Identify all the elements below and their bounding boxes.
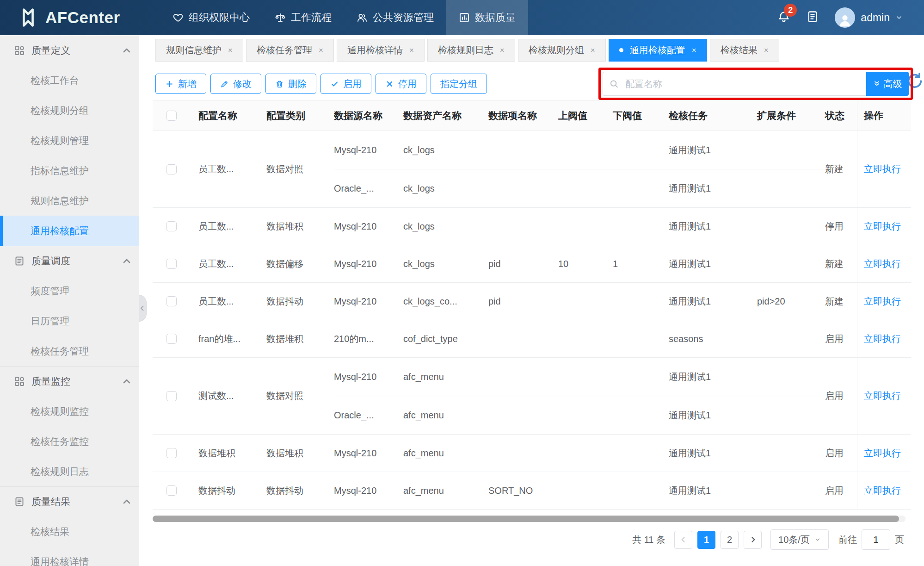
- main-content: 规则信息维护×检核任务管理×通用检核详情×检核规则日志×检核规则分组×通用检核配…: [139, 35, 924, 566]
- navbar-right: 2 admin: [777, 7, 924, 28]
- execute-link[interactable]: 立即执行: [864, 447, 901, 460]
- tab-close-icon[interactable]: ×: [764, 46, 769, 55]
- nav-item[interactable]: 工作流程: [262, 0, 344, 35]
- sidebar-group[interactable]: 质量监控: [0, 366, 139, 396]
- tab-close-icon[interactable]: ×: [591, 46, 595, 55]
- nav-item[interactable]: 数据质量: [446, 0, 528, 35]
- chevron-up-icon: [121, 496, 132, 507]
- cell-ext: [757, 320, 825, 357]
- tab-close-icon[interactable]: ×: [692, 46, 696, 55]
- column-header: 操作: [857, 101, 911, 131]
- execute-link[interactable]: 立即执行: [864, 163, 901, 175]
- sidebar-item[interactable]: 检核结果: [0, 516, 139, 547]
- execute-link[interactable]: 立即执行: [864, 258, 901, 270]
- page-number-button[interactable]: 2: [721, 531, 739, 549]
- sidebar-item[interactable]: 指标信息维护: [0, 155, 139, 186]
- document-button[interactable]: [806, 10, 819, 25]
- cell-status: 启用: [825, 358, 857, 434]
- cell-actions: 立即执行: [857, 472, 911, 509]
- sidebar-item-label: 日历管理: [31, 315, 69, 328]
- user-icon: [837, 12, 853, 28]
- column-header: 数据资产名称: [403, 101, 488, 131]
- sidebar-item[interactable]: 检核任务监控: [0, 426, 139, 456]
- sidebar-item[interactable]: 通用检核配置: [0, 216, 139, 246]
- sidebar-item[interactable]: 检核规则日志: [0, 456, 139, 486]
- users-icon: [357, 12, 368, 23]
- row-checkbox[interactable]: [166, 485, 177, 496]
- row-checkbox[interactable]: [166, 448, 177, 458]
- sidebar-item-label: 通用检核详情: [31, 555, 89, 566]
- tab[interactable]: 检核任务管理×: [246, 39, 334, 62]
- cell-asset: afc_menu: [403, 435, 488, 472]
- sidebar-item[interactable]: 规则信息维护: [0, 186, 139, 216]
- tab-close-icon[interactable]: ×: [500, 46, 505, 55]
- nav-item[interactable]: 组织权限中心: [160, 0, 262, 35]
- row-checkbox[interactable]: [166, 221, 177, 231]
- tab[interactable]: 通用检核详情×: [337, 39, 425, 62]
- cell-actions: 立即执行: [857, 208, 911, 245]
- disable-button[interactable]: 停用: [376, 74, 426, 94]
- cell-asset: ck_logs: [403, 208, 488, 245]
- sidebar-item[interactable]: 检核工作台: [0, 65, 139, 95]
- tab-label: 通用检核配置: [630, 44, 685, 56]
- app-logo[interactable]: AFCenter: [0, 7, 139, 28]
- search-input[interactable]: [603, 72, 866, 96]
- cell-task: 通用测试1: [669, 435, 757, 472]
- sidebar-item[interactable]: 检核规则分组: [0, 95, 139, 125]
- sidebar-item[interactable]: 频度管理: [0, 276, 139, 306]
- delete-button[interactable]: 删除: [265, 74, 316, 94]
- tab-close-icon[interactable]: ×: [319, 46, 323, 55]
- advanced-search-button[interactable]: 高级: [866, 72, 909, 96]
- tab-close-icon[interactable]: ×: [228, 46, 233, 55]
- execute-link[interactable]: 立即执行: [864, 390, 901, 402]
- execute-link[interactable]: 立即执行: [864, 333, 901, 345]
- assign-group-button[interactable]: 指定分组: [431, 74, 487, 94]
- enable-button[interactable]: 启用: [320, 74, 371, 94]
- column-header: 检核任务: [669, 101, 757, 131]
- tab[interactable]: 通用检核配置×: [609, 39, 707, 62]
- horizontal-scrollbar-thumb[interactable]: [153, 516, 899, 522]
- edit-button[interactable]: 修改: [210, 74, 261, 94]
- goto-page-input[interactable]: [862, 529, 890, 550]
- checkbox-cell: [153, 320, 198, 357]
- tab[interactable]: 检核规则日志×: [427, 39, 515, 62]
- sidebar-item[interactable]: 检核规则管理: [0, 125, 139, 155]
- sidebar-group[interactable]: 质量结果: [0, 486, 139, 516]
- cell-task: 通用测试1: [669, 131, 757, 169]
- tab[interactable]: 检核结果×: [710, 39, 779, 62]
- prev-page-button[interactable]: [674, 531, 692, 549]
- tab-close-icon[interactable]: ×: [409, 46, 414, 55]
- sidebar-item[interactable]: 检核任务管理: [0, 336, 139, 366]
- row-checkbox[interactable]: [166, 391, 177, 401]
- sidebar-group[interactable]: 质量调度: [0, 246, 139, 276]
- notifications-button[interactable]: 2: [777, 10, 790, 25]
- sidebar-item-label: 检核规则日志: [31, 465, 89, 478]
- row-checkbox[interactable]: [166, 296, 177, 306]
- row-checkbox[interactable]: [166, 259, 177, 269]
- next-page-button[interactable]: [744, 531, 762, 549]
- sidebar-collapse-handle[interactable]: [139, 295, 147, 322]
- chevron-right-icon: [748, 535, 758, 544]
- sidebar-item[interactable]: 通用检核详情: [0, 547, 139, 566]
- execute-link[interactable]: 立即执行: [864, 485, 901, 497]
- sidebar-item[interactable]: 检核规则监控: [0, 396, 139, 426]
- page-size-select[interactable]: 10条/页: [770, 529, 829, 550]
- cell-asset: afc_menu: [403, 472, 488, 509]
- sidebar-item[interactable]: 日历管理: [0, 306, 139, 336]
- tab[interactable]: 检核规则分组×: [518, 39, 606, 62]
- check-icon: [330, 80, 339, 88]
- add-button[interactable]: 新增: [155, 74, 206, 94]
- select-all-checkbox[interactable]: [166, 111, 177, 121]
- user-menu[interactable]: admin: [835, 7, 903, 28]
- nav-item[interactable]: 公共资源管理: [344, 0, 446, 35]
- sidebar-group[interactable]: 质量定义: [0, 35, 139, 65]
- page-number-button[interactable]: 1: [697, 531, 715, 549]
- tab[interactable]: 规则信息维护×: [155, 39, 243, 62]
- row-checkbox[interactable]: [166, 164, 177, 174]
- row-checkbox[interactable]: [166, 334, 177, 344]
- horizontal-scrollbar-track[interactable]: [153, 516, 906, 522]
- execute-link[interactable]: 立即执行: [864, 220, 901, 233]
- execute-link[interactable]: 立即执行: [864, 295, 901, 308]
- sidebar-item-label: 规则信息维护: [31, 194, 89, 207]
- pagination: 共 11 条 12 10条/页 前往 页: [139, 529, 924, 550]
